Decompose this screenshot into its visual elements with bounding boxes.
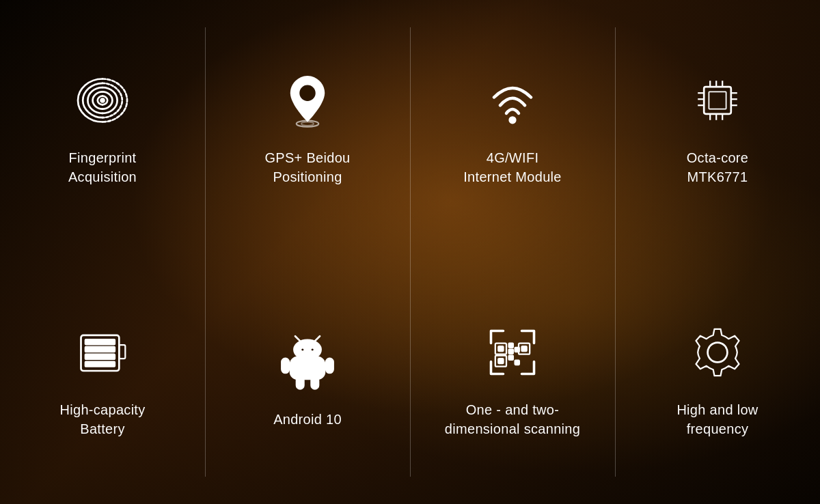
chip-label: Octa-core MTK6771 [687,148,749,186]
svg-rect-23 [85,354,115,359]
svg-rect-22 [85,346,115,351]
qr-label: One - and two- dimensional scanning [445,400,580,438]
battery-icon [68,318,137,387]
gps-icon [273,66,342,135]
feature-android: Android 10 [205,252,410,504]
svg-point-46 [708,342,728,362]
android-label: Android 10 [273,410,342,429]
feature-fingerprint: Fingerprint Acquisition [0,0,205,252]
android-icon [273,328,342,396]
svg-line-29 [295,336,300,341]
svg-rect-42 [515,347,519,351]
svg-rect-6 [709,92,726,109]
wifi-label: 4G/WIFI Internet Module [463,148,561,186]
fingerprint-icon [68,66,137,135]
battery-label: High-capacity Battery [59,400,145,438]
svg-rect-36 [498,346,503,351]
feature-gps: GPS+ Beidou Positioning [205,0,410,252]
feature-battery: High-capacity Battery [0,252,205,504]
wifi-icon [478,66,547,135]
frequency-label: High and low frequency [676,400,758,438]
svg-rect-43 [509,355,513,359]
feature-frequency: High and low frequency [615,252,820,504]
gps-label: GPS+ Beidou Positioning [264,148,350,186]
svg-rect-21 [85,339,115,344]
feature-chip: Octa-core MTK6771 [615,0,820,252]
svg-rect-24 [85,361,115,366]
svg-point-3 [301,122,314,125]
svg-point-27 [301,348,304,351]
qr-icon [478,318,547,387]
divider-mid [410,27,411,477]
chip-icon [683,66,752,135]
svg-point-28 [311,348,314,351]
svg-rect-32 [326,358,333,373]
svg-rect-31 [282,358,289,373]
svg-point-0 [100,98,104,102]
fingerprint-label: Fingerprint Acquisition [68,148,137,186]
svg-point-26 [294,339,321,359]
svg-rect-38 [522,346,527,351]
feature-qr: One - and two- dimensional scanning [410,252,615,504]
svg-rect-44 [515,360,519,364]
svg-line-30 [315,336,320,341]
svg-rect-45 [509,349,513,353]
svg-point-4 [510,117,516,123]
svg-rect-34 [311,376,318,389]
svg-rect-25 [290,356,325,378]
features-grid: Fingerprint Acquisition GPS+ Beidou Posi… [0,0,820,504]
svg-rect-33 [297,376,304,389]
svg-rect-40 [498,359,503,363]
svg-rect-20 [119,345,125,359]
gear-icon [683,318,752,387]
feature-wifi: 4G/WIFI Internet Module [410,0,615,252]
svg-rect-41 [509,343,513,347]
svg-rect-5 [704,87,731,114]
svg-point-1 [299,85,315,100]
